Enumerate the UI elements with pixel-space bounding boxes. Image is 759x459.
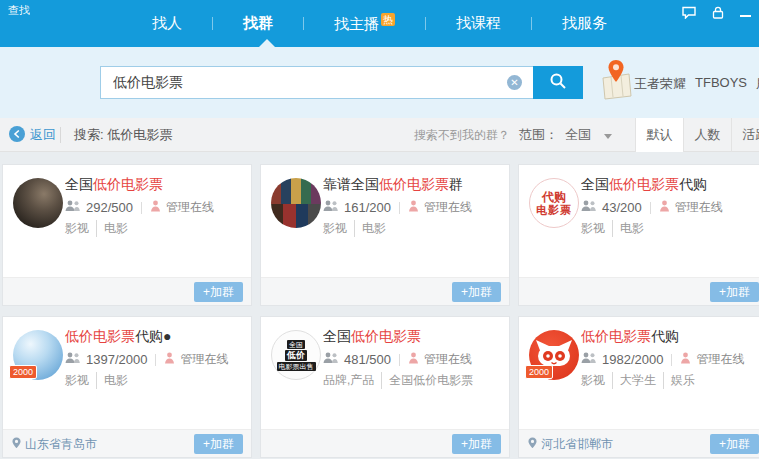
group-card[interactable]: 2000 低价电影票代购● 1397/2000 管理在线 影视 电影 山东省青岛… [2,316,252,458]
scope-label: 范围： [519,118,558,152]
group-title: 全国低价电影票代购 [581,176,707,194]
active-tab-caret [259,39,275,47]
admin-status: 管理在线 [696,351,744,368]
group-card[interactable]: 全国 低价 电影票出售 全国低价电影票 481/500 管理在线 品牌,产品 全… [260,316,510,458]
group-tags: 影视 电影 [581,220,651,237]
group-title: 低价电影票代购● [65,328,171,346]
group-avatar-blue-sky: 2000 [13,330,63,380]
join-group-button[interactable]: +加群 [194,434,243,454]
tag: 电影 [96,220,135,237]
tag: 娱乐 [663,372,702,389]
tag: 电影 [96,372,135,389]
group-avatar-text-logo: 全国 低价 电影票出售 [271,330,321,380]
group-stats: 161/200 管理在线 [323,199,472,216]
group-tags: 影视 大学生 娱乐 [581,372,702,389]
group-stats: 1397/2000 管理在线 [65,351,228,368]
member-count: 43/200 [602,200,642,215]
members-icon [581,352,597,367]
admin-online-icon [408,200,419,215]
divider [141,202,142,214]
search-query-label: 搜索: 低价电影票 [74,118,172,152]
members-icon [323,352,339,367]
join-group-button[interactable]: +加群 [194,282,243,302]
admin-online-icon [164,352,175,367]
admin-status: 管理在线 [424,351,472,368]
divider [155,354,156,366]
group-stats: 481/500 管理在线 [323,351,472,368]
tag: 影视 [65,372,96,389]
tab-find-streamers[interactable]: 找主播热 [304,13,425,34]
sort-tab-default[interactable]: 默认 [635,118,683,152]
location-pin-icon [528,437,537,452]
sort-tabs: 默认 人数 活跃 [635,118,759,152]
members-icon [65,352,81,367]
join-group-button[interactable]: +加群 [710,434,759,454]
back-icon [9,126,25,145]
member-count: 1982/2000 [602,352,663,367]
member-count: 1397/2000 [86,352,147,367]
group-avatar-ticket-text: 代购 电影票 [529,178,579,228]
search-button[interactable] [533,66,583,99]
search-section: ✕ 王者荣耀 TFBOYS 鹿晗 [0,47,759,118]
group-title: 全国低价电影票 [323,328,421,346]
tag: 大学生 [612,372,663,389]
member-capacity-badge: 2000 [525,365,553,379]
members-icon [581,200,597,215]
group-stats: 1982/2000 管理在线 [581,351,744,368]
tag: 品牌,产品 [323,372,381,389]
window-header: 查找 找人 找群 找主播热 找课程 找服务 [0,0,759,47]
tag: 影视 [581,220,612,237]
admin-online-icon [659,200,670,215]
hot-keywords: 王者荣耀 TFBOYS 鹿晗 [634,75,759,93]
group-title: 低价电影票代购 [581,328,679,346]
cant-find-group-link[interactable]: 搜索不到我的群？ [414,118,510,152]
members-icon [323,200,339,215]
hot-keyword[interactable]: TFBOYS [695,75,747,93]
group-tags: 影视 电影 [65,372,135,389]
admin-status: 管理在线 [166,199,214,216]
members-icon [65,200,81,215]
tag: 电影 [612,220,651,237]
card-footer: +加群 [519,277,759,305]
tag: 影视 [323,220,354,237]
member-count: 481/500 [344,352,391,367]
group-card[interactable]: 代购 电影票 全国低价电影票代购 43/200 管理在线 影视 电影 +加群 [518,164,759,306]
back-button[interactable]: 返回 [9,118,56,152]
admin-online-icon [680,352,691,367]
group-card[interactable]: 靠谱全国低价电影票群 161/200 管理在线 影视 电影 +加群 [260,164,510,306]
sort-tab-activity[interactable]: 活跃 [731,118,759,152]
group-card[interactable]: 全国低价电影票 292/500 管理在线 影视 电影 +加群 [2,164,252,306]
hot-badge: 热 [381,13,395,26]
scope-dropdown[interactable]: 全国 [565,118,612,152]
chevron-down-icon [604,134,612,139]
group-stats: 292/500 管理在线 [65,199,214,216]
hot-keyword[interactable]: 王者荣耀 [634,75,686,93]
divider [399,354,400,366]
admin-online-icon [150,200,161,215]
tag: 电影 [354,220,393,237]
join-group-button[interactable]: +加群 [710,282,759,302]
admin-status: 管理在线 [424,199,472,216]
tag: 影视 [65,220,96,237]
clear-search-icon[interactable]: ✕ [507,75,522,90]
group-card[interactable]: 2000 低价电影票代购 1982/2000 管理在线 影视 大学生 娱乐 河北… [518,316,759,458]
admin-online-icon [408,352,419,367]
card-footer: +加群 [261,277,509,305]
tab-find-courses[interactable]: 找课程 [426,14,531,33]
join-group-button[interactable]: +加群 [452,282,501,302]
admin-status: 管理在线 [180,351,228,368]
map-location-icon [599,58,633,104]
tab-find-groups[interactable]: 找群 [213,14,303,33]
tab-find-people[interactable]: 找人 [122,14,212,33]
tag: 全国低价电影票 [381,372,480,389]
admin-status: 管理在线 [675,199,723,216]
join-group-button[interactable]: +加群 [452,434,501,454]
sort-tab-members[interactable]: 人数 [683,118,731,152]
member-capacity-badge: 2000 [9,365,37,379]
location-pin-icon [12,437,21,452]
back-label: 返回 [30,126,56,144]
card-footer: +加群 [3,277,251,305]
search-input[interactable] [100,66,533,99]
search-icon [549,72,567,93]
tab-find-services[interactable]: 找服务 [532,14,637,33]
